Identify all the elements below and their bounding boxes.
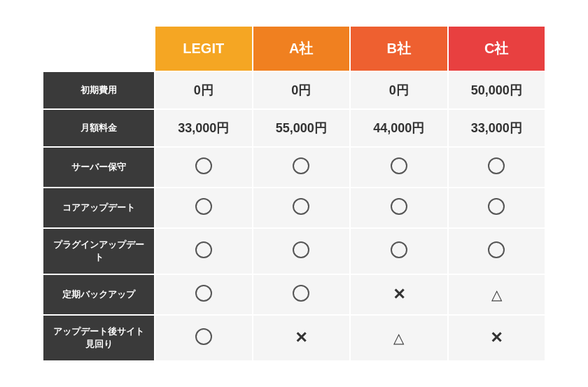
circle-icon — [195, 285, 212, 302]
cell-c-3 — [448, 188, 546, 228]
cell-c-2 — [448, 147, 546, 188]
table-row: コアアップデート — [43, 188, 545, 228]
cell-b-1: 44,000円 — [350, 109, 448, 147]
circle-icon — [391, 241, 407, 258]
cell-legit-1: 33,000円 — [155, 109, 253, 147]
row-label-3: コアアップデート — [43, 188, 155, 228]
cell-c-6: ✕ — [448, 315, 546, 361]
cell-b-0: 0円 — [350, 71, 448, 109]
header-legit: LEGIT — [155, 26, 253, 71]
cell-legit-3 — [155, 188, 253, 228]
cell-b-2 — [350, 147, 448, 188]
row-label-6: アップデート後サイト見回り — [43, 315, 155, 361]
circle-icon — [195, 198, 212, 215]
row-label-1: 月額料金 — [43, 109, 155, 147]
cell-legit-6 — [155, 315, 253, 361]
row-label-0: 初期費用 — [43, 71, 155, 109]
table-row: アップデート後サイト見回り✕△✕ — [43, 315, 545, 361]
cross-icon: ✕ — [490, 329, 503, 347]
circle-icon — [195, 328, 212, 345]
circle-icon — [391, 157, 407, 174]
cell-c-0: 50,000円 — [448, 71, 546, 109]
circle-icon — [293, 285, 309, 302]
table-row: プラグインアップデート — [43, 228, 545, 274]
cell-b-4 — [350, 228, 448, 274]
row-label-4: プラグインアップデート — [43, 228, 155, 274]
cell-b-5: ✕ — [350, 274, 448, 315]
cell-a-0: 0円 — [253, 71, 351, 109]
cross-icon: ✕ — [295, 329, 307, 347]
cell-legit-4 — [155, 228, 253, 274]
cell-c-1: 33,000円 — [448, 109, 546, 147]
row-label-5: 定期バックアップ — [43, 274, 155, 315]
triangle-icon: △ — [491, 286, 502, 303]
circle-icon — [293, 157, 309, 174]
table-row: 定期バックアップ✕△ — [43, 274, 545, 315]
circle-icon — [293, 198, 309, 215]
cell-a-3 — [253, 188, 351, 228]
cell-a-2 — [253, 147, 351, 188]
circle-icon — [195, 241, 212, 258]
table-row: サーバー保守 — [43, 147, 545, 188]
cell-a-1: 55,000円 — [253, 109, 351, 147]
header-a: A社 — [253, 26, 351, 71]
cell-legit-5 — [155, 274, 253, 315]
table-row: 初期費用0円0円0円50,000円 — [43, 71, 545, 109]
cell-a-5 — [253, 274, 351, 315]
cell-a-6: ✕ — [253, 315, 351, 361]
header-c: C社 — [448, 26, 546, 71]
cell-legit-2 — [155, 147, 253, 188]
circle-icon — [488, 198, 505, 215]
circle-icon — [195, 157, 212, 174]
cross-icon: ✕ — [393, 286, 405, 304]
cell-c-5: △ — [448, 274, 546, 315]
circle-icon — [488, 157, 505, 174]
table-row: 月額料金33,000円55,000円44,000円33,000円 — [43, 109, 545, 147]
cell-b-6: △ — [350, 315, 448, 361]
circle-icon — [293, 241, 309, 258]
row-label-2: サーバー保守 — [43, 147, 155, 188]
header-empty — [43, 26, 155, 71]
circle-icon — [488, 241, 505, 258]
cell-c-4 — [448, 228, 546, 274]
cell-b-3 — [350, 188, 448, 228]
triangle-icon: △ — [393, 330, 404, 346]
circle-icon — [391, 198, 407, 215]
header-b: B社 — [350, 26, 448, 71]
comparison-table: LEGIT A社 B社 C社 初期費用0円0円0円50,000円月額料金33,0… — [42, 25, 546, 363]
cell-legit-0: 0円 — [155, 71, 253, 109]
cell-a-4 — [253, 228, 351, 274]
